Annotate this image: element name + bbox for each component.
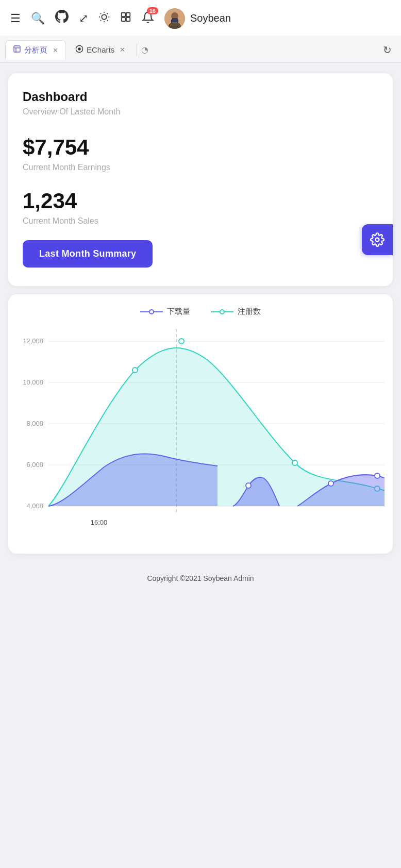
svg-rect-9 [122,13,125,16]
fullscreen-icon[interactable]: ⤢ [79,12,88,25]
footer-text: Copyright ©2021 Soybean Admin [147,574,254,582]
svg-point-22 [376,238,379,242]
user-avatar-wrapper[interactable]: Soybean [164,8,231,29]
refresh-button[interactable]: ↻ [379,42,396,58]
chart-legend: 下载量 注册数 [16,307,385,316]
svg-text:8,000: 8,000 [26,420,43,427]
top-nav: ☰ 🔍 ⤢ 16 [0,0,401,37]
chart-area: 12,000 10,000 8,000 6,000 4,000 [16,329,385,545]
svg-rect-11 [122,18,125,21]
settings-fab[interactable] [362,224,393,255]
tab-analysis-label: 分析页 [24,45,47,55]
svg-point-39 [246,483,251,488]
svg-line-8 [107,13,108,14]
svg-line-4 [107,20,108,21]
svg-rect-10 [126,13,130,16]
card-subtitle: Overview Of Lasted Month [23,107,378,116]
github-icon[interactable] [55,10,69,27]
sales-value: 1,234 [23,189,378,213]
footer: Copyright ©2021 Soybean Admin [0,564,401,593]
translate-icon[interactable] [120,11,131,25]
legend-downloads: 下载量 [140,307,190,316]
tab-divider [137,44,137,56]
svg-point-0 [102,14,106,19]
tab-echarts-close[interactable]: ✕ [120,46,125,54]
svg-point-40 [328,481,333,486]
card-title: Dashboard [23,90,378,104]
notification-count: 16 [147,7,158,14]
theme-icon[interactable] [98,11,110,25]
svg-point-34 [132,368,138,373]
tab-analysis-close[interactable]: ✕ [53,46,58,54]
chart-card: 下载量 注册数 12,000 10,000 8,000 6,000 4,000 [8,294,393,554]
search-icon[interactable]: 🔍 [31,12,45,25]
avatar [164,8,185,29]
earnings-label: Current Month Earnings [23,163,378,172]
tab-analysis[interactable]: 分析页 ✕ [5,40,66,60]
notification-bell[interactable]: 16 [142,11,154,26]
svg-text:6,000: 6,000 [26,461,43,469]
svg-text:16:00: 16:00 [91,519,108,526]
current-tab-indicator: ◔ [141,45,148,55]
tab-echarts-label: ECharts [87,45,114,54]
svg-point-41 [375,473,380,478]
tab-echarts-icon [75,45,83,55]
menu-icon[interactable]: ☰ [10,12,21,25]
svg-rect-18 [177,20,178,23]
dashboard-card: Dashboard Overview Of Lasted Month $7,75… [8,73,393,286]
main-content: Dashboard Overview Of Lasted Month $7,75… [0,63,401,564]
svg-text:12,000: 12,000 [23,337,43,345]
svg-line-3 [101,13,101,14]
last-month-button[interactable]: Last Month Summary [23,240,153,268]
svg-rect-19 [14,46,20,52]
tab-analysis-icon [13,45,21,55]
earnings-value: $7,754 [23,135,378,160]
svg-point-21 [78,47,80,50]
sales-label: Current Month Sales [23,216,378,226]
svg-rect-17 [171,20,172,23]
username: Soybean [190,12,231,24]
svg-text:4,000: 4,000 [26,502,43,510]
tab-bar: 分析页 ✕ ECharts ✕ ◔ ↻ [0,37,401,63]
svg-point-35 [179,339,184,344]
tab-echarts[interactable]: ECharts ✕ [68,40,132,60]
svg-rect-12 [126,18,130,21]
legend-downloads-label: 下载量 [167,307,190,316]
legend-registrations: 注册数 [211,307,261,316]
svg-text:10,000: 10,000 [23,378,43,386]
svg-rect-16 [172,18,178,22]
legend-registrations-label: 注册数 [238,307,261,316]
svg-line-7 [101,20,101,21]
svg-point-36 [292,460,297,465]
